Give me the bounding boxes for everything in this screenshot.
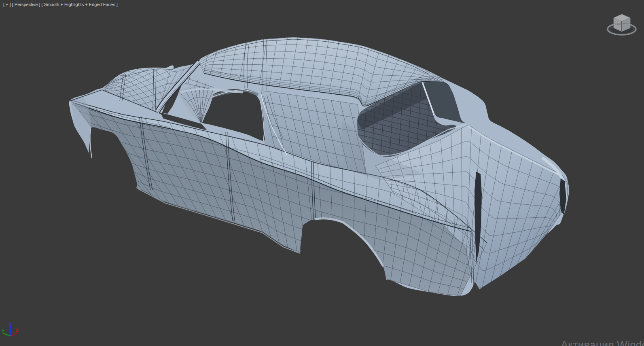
svg-text:Y: Y — [2, 329, 4, 333]
svg-text:Z: Z — [9, 322, 11, 327]
svg-text:X: X — [16, 328, 19, 333]
svg-text:FRONT: FRONT — [623, 22, 631, 25]
svg-text:LEFT: LEFT — [615, 23, 621, 25]
